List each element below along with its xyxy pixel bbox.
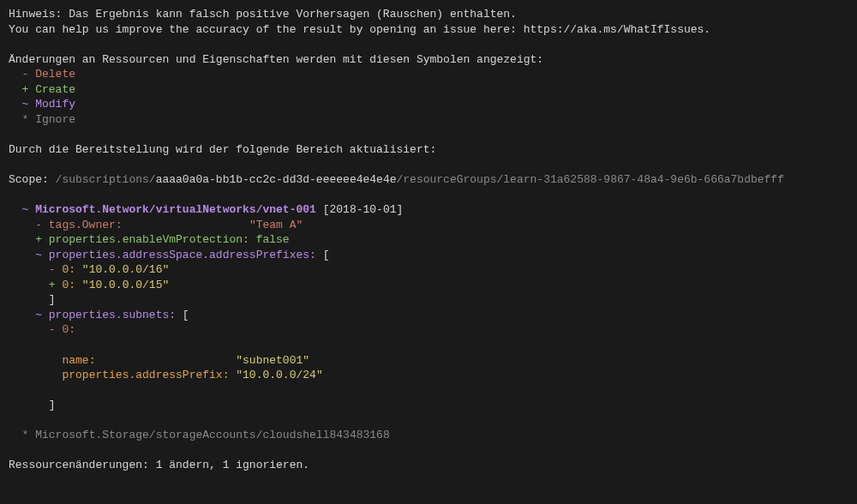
resource-storage: * Microsoft.Storage/storageAccounts/clou… <box>9 428 848 443</box>
prop-address-prefixes: ~ properties.addressSpace.addressPrefixe… <box>9 248 848 263</box>
minus-icon: - <box>9 219 49 231</box>
legend-ignore-label: Ignore <box>35 113 75 126</box>
prop-key: name: <box>62 354 95 367</box>
subnet-name: name: "subnet001" <box>9 353 848 369</box>
vnet-api-version: 2018-10-01 <box>329 203 396 216</box>
hint-line: Hinweis: Das Ergebnis kann falsch positi… <box>9 7 848 22</box>
bracket-close: ] <box>9 398 848 413</box>
tilde-icon: ~ <box>9 249 49 261</box>
subnet-address-prefix: properties.addressPrefix: "10.0.0.0/24" <box>9 368 848 383</box>
blank-line <box>9 127 848 142</box>
prop-tags-owner: - tags.Owner: "Team A" <box>9 218 848 233</box>
prop-enable-vm-protection: + properties.enableVmProtection: false <box>9 232 848 248</box>
prop-value: "Team A" <box>249 219 303 231</box>
padding <box>9 369 62 381</box>
bracket-open: [ <box>316 249 330 261</box>
blank-line <box>9 188 848 203</box>
padding <box>123 219 249 231</box>
prop-key: properties.enableVmProtection: <box>49 233 256 246</box>
prop-subnets: ~ properties.subnets: [ <box>9 308 848 323</box>
scope: Scope: /subscriptions/aaaa0a0a-bb1b-cc2c… <box>9 172 848 188</box>
legend-delete-label: Delete <box>35 68 75 81</box>
plus-icon: + <box>9 279 62 291</box>
scope-subscription-id: aaaa0a0a-bb1b-cc2c-dd3d-eeeeee4e4e4e <box>156 173 397 186</box>
plus-icon: + <box>9 83 35 96</box>
index-key: 0: <box>62 263 81 276</box>
blank-line <box>9 338 848 353</box>
tilde-icon: ~ <box>9 203 35 216</box>
tilde-icon: ~ <box>9 309 49 321</box>
improve-line: You can help us improve the accuracy of … <box>9 22 848 38</box>
legend-intro: Änderungen an Ressourcen und Eigenschaft… <box>9 52 848 68</box>
address-prefix-new: + 0: "10.0.0.0/15" <box>9 278 848 293</box>
legend-modify-label: Modify <box>35 98 75 111</box>
padding <box>95 354 236 367</box>
padding <box>9 354 62 367</box>
blank-line <box>9 157 848 172</box>
star-icon: * <box>9 429 35 441</box>
tilde-icon: ~ <box>9 98 35 111</box>
prop-key: tags.Owner: <box>49 219 123 231</box>
minus-icon: - <box>9 263 62 276</box>
star-icon: * <box>9 113 35 126</box>
prop-value: "10.0.0.0/16" <box>82 263 169 276</box>
legend-create-label: Create <box>35 83 75 96</box>
plus-icon: + <box>9 233 49 246</box>
prop-key: properties.addressPrefix: <box>62 369 236 381</box>
legend-delete: - Delete <box>9 67 848 82</box>
index-key: 0: <box>62 323 75 336</box>
legend-create: + Create <box>9 82 848 98</box>
scope-intro: Durch die Bereitstellung wird der folgen… <box>9 142 848 158</box>
blank-line <box>9 37 848 52</box>
storage-path: Microsoft.Storage/storageAccounts/clouds… <box>35 429 389 441</box>
minus-icon: - <box>9 68 35 81</box>
minus-icon: - <box>9 323 62 336</box>
resource-vnet: ~ Microsoft.Network/virtualNetworks/vnet… <box>9 202 848 218</box>
vnet-version-close: ] <box>397 203 404 216</box>
vnet-version-open: [ <box>316 203 330 216</box>
prop-value: "subnet001" <box>236 354 309 367</box>
prop-value: "10.0.0.0/15" <box>82 279 169 291</box>
prop-value: "10.0.0.0/24" <box>236 369 322 381</box>
prop-key: properties.addressSpace.addressPrefixes: <box>49 249 316 261</box>
scope-suffix: /resourceGroups/learn-31a62588-9867-48a4… <box>397 173 784 186</box>
prop-value: false <box>256 233 290 246</box>
legend-ignore: * Ignore <box>9 112 848 128</box>
vnet-path: Microsoft.Network/virtualNetworks/vnet-0… <box>35 203 316 216</box>
bracket-close: ] <box>9 292 848 308</box>
bracket-open: [ <box>176 309 189 321</box>
legend-modify: ~ Modify <box>9 97 848 112</box>
index-key: 0: <box>62 279 81 291</box>
scope-label: Scope: <box>9 173 56 186</box>
blank-line <box>9 443 848 459</box>
summary-line: Ressourcenänderungen: 1 ändern, 1 ignori… <box>9 458 848 473</box>
prop-key: properties.subnets: <box>49 309 176 321</box>
address-prefix-old: - 0: "10.0.0.0/16" <box>9 262 848 278</box>
terminal-output: Hinweis: Das Ergebnis kann falsch positi… <box>0 0 857 480</box>
subnet-index: - 0: <box>9 322 848 338</box>
blank-line <box>9 413 848 429</box>
blank-line <box>9 383 848 399</box>
scope-prefix: /subscriptions/ <box>56 173 156 186</box>
